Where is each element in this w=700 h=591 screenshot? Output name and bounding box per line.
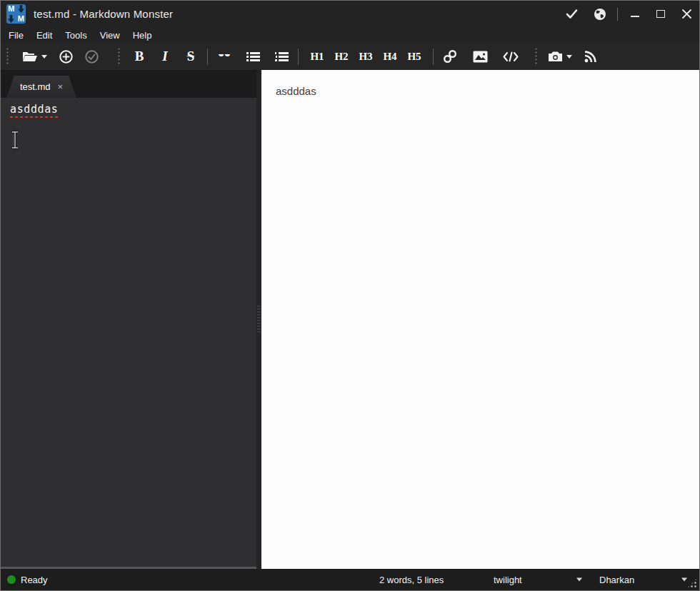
logo-letter: M	[8, 5, 14, 13]
toolbar-separator	[207, 49, 208, 65]
preview-theme-caret-icon[interactable]	[576, 578, 582, 582]
preview-theme-select[interactable]: twilight	[494, 575, 522, 585]
preview-pane[interactable]: asdddas	[261, 70, 699, 569]
unordered-list-button[interactable]	[243, 46, 263, 67]
check-circle-icon	[85, 50, 99, 64]
window-resize-grip[interactable]	[687, 578, 697, 588]
menubar: File Edit Tools View Help	[1, 27, 699, 43]
status-text: Ready	[21, 575, 48, 585]
toolbar-separator	[298, 49, 299, 65]
editor-text: asdddas	[10, 103, 58, 116]
capture-dropdown-caret	[566, 55, 572, 59]
heading1-button[interactable]: H1	[307, 46, 327, 67]
globe-icon[interactable]	[593, 7, 607, 21]
insert-link-button[interactable]	[440, 46, 460, 67]
insert-code-button[interactable]	[500, 46, 521, 67]
menu-edit[interactable]: Edit	[30, 29, 59, 42]
logo-letter: M	[18, 15, 24, 23]
new-document-button[interactable]	[56, 46, 76, 67]
word-count: 2 words, 5 lines	[379, 575, 444, 585]
toolbar: B I S “ H1 H2 H3 H4 H5	[1, 43, 699, 70]
spellcheck-underline	[10, 116, 58, 118]
titlebar: M M test.md - Markdown Monster	[1, 1, 699, 27]
status-indicator-icon	[7, 575, 16, 584]
main-content: test.md × asdddas asddd	[1, 70, 699, 569]
numbered-list-icon	[275, 51, 289, 62]
editor-theme-select[interactable]: Dharkan	[599, 575, 634, 585]
menu-tools[interactable]: Tools	[59, 29, 93, 42]
quote-icon: “	[217, 54, 231, 66]
plus-circle-icon	[59, 50, 73, 64]
minimize-button[interactable]	[628, 7, 642, 21]
save-button[interactable]	[81, 46, 101, 67]
tab-testmd[interactable]: test.md ×	[6, 76, 76, 98]
bold-button[interactable]: B	[129, 46, 149, 67]
rss-icon	[584, 51, 598, 63]
menu-file[interactable]: File	[2, 29, 30, 42]
tab-close-icon[interactable]: ×	[58, 82, 64, 91]
toolbar-grip[interactable]	[117, 47, 121, 66]
app-window: M M test.md - Markdown Monster	[0, 0, 700, 591]
maximize-button[interactable]	[654, 7, 668, 21]
toolbar-grip[interactable]	[534, 47, 539, 66]
logo-down-arrow-icon	[8, 15, 14, 23]
image-icon	[473, 51, 488, 63]
screen-capture-button[interactable]	[545, 46, 575, 67]
link-icon	[443, 49, 457, 64]
editor-line: asdddas	[10, 103, 58, 118]
open-file-dropdown-caret	[41, 55, 47, 59]
close-button[interactable]	[679, 7, 694, 21]
preview-text: asdddas	[276, 85, 316, 97]
code-icon	[503, 51, 519, 62]
menu-view[interactable]: View	[94, 29, 126, 42]
window-title: test.md - Markdown Monster	[34, 8, 173, 20]
spellcheck-ok-icon[interactable]	[564, 7, 579, 21]
italic-button[interactable]: I	[155, 46, 175, 67]
bullet-list-icon	[246, 51, 260, 62]
strikethrough-button[interactable]: S	[181, 46, 201, 67]
markdown-editor[interactable]: asdddas	[1, 98, 261, 569]
editor-theme-caret-icon[interactable]	[681, 578, 687, 582]
heading5-button[interactable]: H5	[404, 46, 424, 67]
statusbar: Ready 2 words, 5 lines twilight Dharkan	[1, 569, 699, 590]
blockquote-button[interactable]: “	[214, 46, 234, 67]
toolbar-grip[interactable]	[6, 47, 10, 66]
logo-down-arrow-icon	[18, 5, 24, 13]
maximize-icon	[656, 10, 665, 18]
folder-open-icon	[22, 51, 38, 63]
insert-image-button[interactable]	[470, 46, 491, 67]
heading4-button[interactable]: H4	[380, 46, 400, 67]
pane-splitter[interactable]	[256, 70, 261, 569]
heading3-button[interactable]: H3	[356, 46, 376, 67]
app-logo-icon: M M	[6, 4, 26, 24]
menu-help[interactable]: Help	[126, 29, 159, 42]
heading2-button[interactable]: H2	[331, 46, 351, 67]
tab-bar: test.md ×	[1, 70, 261, 98]
tab-label: test.md	[20, 81, 51, 92]
ordered-list-button[interactable]	[271, 46, 291, 67]
titlebar-controls	[564, 7, 694, 21]
ibeam-cursor-icon	[10, 131, 20, 149]
titlebar-separator	[617, 8, 618, 21]
editor-pane: test.md × asdddas	[1, 70, 261, 569]
toolbar-separator	[433, 49, 434, 65]
open-file-button[interactable]	[19, 46, 50, 67]
splitter-grip-icon	[257, 305, 261, 333]
publish-feed-button[interactable]	[581, 46, 601, 67]
close-icon	[682, 9, 691, 19]
camera-icon	[548, 51, 563, 62]
minimize-icon	[631, 16, 639, 17]
